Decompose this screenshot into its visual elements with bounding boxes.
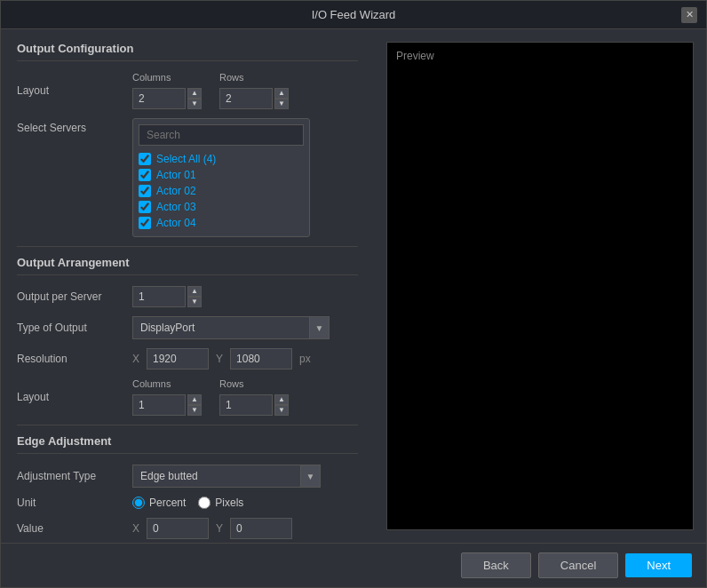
select-all-checkbox[interactable] — [139, 153, 151, 165]
adjustment-type-row: Adjustment Type Edge butted Overlap Gap … — [17, 465, 358, 488]
preview-area: Preview — [386, 42, 694, 530]
actor-04-item[interactable]: Actor 04 — [139, 215, 304, 231]
search-input[interactable] — [139, 124, 304, 146]
close-button[interactable]: ✕ — [681, 7, 697, 23]
content-area: Output Configuration Layout Columns ▲ ▼ — [1, 29, 706, 543]
pixels-radio-item[interactable]: Pixels — [198, 497, 243, 509]
actor-02-item[interactable]: Actor 02 — [139, 183, 304, 199]
columns-down-btn[interactable]: ▼ — [187, 99, 202, 109]
divider-1 — [17, 246, 358, 247]
select-all-item[interactable]: Select All (4) — [139, 151, 304, 167]
value-label: Value — [17, 522, 132, 535]
preview-label: Preview — [396, 50, 434, 62]
value-row: Value X Y — [17, 518, 358, 539]
adjustment-type-select[interactable]: Edge butted Overlap Gap — [132, 465, 301, 488]
actor-01-label: Actor 01 — [156, 169, 196, 181]
actor-04-checkbox[interactable] — [139, 217, 151, 229]
actor-02-label: Actor 02 — [156, 185, 196, 197]
actor-04-label: Actor 04 — [156, 217, 196, 229]
res-columns-btns: ▲ ▼ — [187, 394, 202, 416]
cancel-button[interactable]: Cancel — [538, 552, 618, 578]
resolution-x-input[interactable] — [147, 348, 209, 369]
res-rows-spinner: ▲ ▼ — [219, 394, 289, 416]
type-of-output-row: Type of Output DisplayPort HDMI SDI ▼ — [17, 316, 358, 339]
res-rows-input[interactable] — [219, 394, 273, 416]
right-panel: Preview — [374, 29, 706, 543]
output-per-server-up-btn[interactable]: ▲ — [187, 286, 202, 297]
output-config-title: Output Configuration — [17, 42, 358, 61]
back-button[interactable]: Back — [461, 552, 531, 578]
unit-radio-group: Percent Pixels — [132, 497, 243, 509]
dialog: I/O Feed Wizard ✕ Output Configuration L… — [0, 0, 707, 588]
res-rows-down-btn[interactable]: ▼ — [274, 405, 289, 416]
resolution-layout-row: Layout Columns ▲ ▼ Rows — [17, 378, 358, 416]
output-per-server-row: Output per Server ▲ ▼ — [17, 286, 358, 307]
actor-01-checkbox[interactable] — [139, 169, 151, 181]
value-x-label: X — [132, 522, 139, 535]
value-inputs: X Y — [132, 518, 292, 539]
percent-label: Percent — [149, 497, 186, 509]
output-per-server-label: Output per Server — [17, 290, 132, 303]
select-servers-box: Select All (4) Actor 01 Actor 02 Actor 0… — [132, 118, 310, 237]
columns-spinner-btns: ▲ ▼ — [187, 88, 202, 109]
res-rows-block: Rows ▲ ▼ — [219, 378, 289, 416]
type-of-output-arrow[interactable]: ▼ — [310, 316, 330, 339]
adjustment-type-label: Adjustment Type — [17, 470, 132, 482]
percent-radio-item[interactable]: Percent — [132, 497, 186, 509]
value-y-input[interactable] — [230, 518, 292, 539]
columns-up-btn[interactable]: ▲ — [187, 88, 202, 99]
select-servers-label: Select Servers — [17, 118, 132, 237]
columns-spinner: ▲ ▼ — [132, 88, 202, 109]
type-of-output-select[interactable]: DisplayPort HDMI SDI — [132, 316, 310, 339]
px-label: px — [299, 353, 311, 365]
output-arrangement-title: Output Arrangement — [17, 256, 358, 275]
percent-radio[interactable] — [132, 497, 145, 509]
value-x-input[interactable] — [147, 518, 209, 539]
res-columns-input[interactable] — [132, 394, 186, 416]
resolution-label: Resolution — [17, 353, 132, 365]
footer: Back Cancel Next — [1, 543, 706, 587]
output-per-server-input[interactable] — [132, 286, 186, 307]
columns-header: Columns — [132, 72, 202, 83]
divider-2 — [17, 425, 358, 425]
rows-header: Rows — [219, 72, 289, 83]
res-rows-header: Rows — [219, 378, 289, 389]
actor-03-checkbox[interactable] — [139, 201, 151, 213]
res-columns-header: Columns — [132, 378, 202, 389]
unit-row: Unit Percent Pixels — [17, 497, 358, 509]
edge-adjustment-title: Edge Adjustment — [17, 434, 358, 454]
columns-input[interactable] — [132, 88, 186, 109]
res-columns-spinner: ▲ ▼ — [132, 394, 202, 416]
left-panel: Output Configuration Layout Columns ▲ ▼ — [1, 29, 374, 543]
actor-03-item[interactable]: Actor 03 — [139, 199, 304, 215]
res-columns-down-btn[interactable]: ▼ — [187, 405, 202, 416]
layout-row: Layout Columns ▲ ▼ Rows — [17, 72, 358, 109]
rows-input[interactable] — [219, 88, 273, 109]
rows-up-btn[interactable]: ▲ — [274, 88, 289, 99]
resolution-y-input[interactable] — [230, 348, 292, 369]
rows-down-btn[interactable]: ▼ — [274, 99, 289, 109]
output-per-server-down-btn[interactable]: ▼ — [187, 297, 202, 307]
rows-spinner: ▲ ▼ — [219, 88, 289, 109]
output-per-server-spinner: ▲ ▼ — [132, 286, 202, 307]
select-all-label: Select All (4) — [156, 153, 216, 165]
resolution-x-label: X — [132, 353, 139, 365]
next-button[interactable]: Next — [625, 553, 692, 577]
actor-01-item[interactable]: Actor 01 — [139, 167, 304, 183]
res-rows-up-btn[interactable]: ▲ — [274, 394, 289, 405]
res-columns-block: Columns ▲ ▼ — [132, 378, 202, 416]
columns-block: Columns ▲ ▼ — [132, 72, 202, 109]
res-rows-btns: ▲ ▼ — [274, 394, 289, 416]
rows-spinner-btns: ▲ ▼ — [274, 88, 289, 109]
resolution-row: Resolution X Y px — [17, 348, 358, 369]
layout-label: Layout — [17, 84, 132, 97]
res-columns-up-btn[interactable]: ▲ — [187, 394, 202, 405]
actor-02-checkbox[interactable] — [139, 185, 151, 197]
title-bar: I/O Feed Wizard ✕ — [1, 1, 706, 29]
select-servers-section: Select Servers Select All (4) Actor 01 A… — [17, 118, 358, 237]
adjustment-type-dropdown: Edge butted Overlap Gap ▼ — [132, 465, 321, 488]
type-of-output-label: Type of Output — [17, 322, 132, 334]
adjustment-type-arrow[interactable]: ▼ — [301, 465, 321, 488]
resolution-layout-label: Layout — [17, 391, 132, 403]
pixels-radio[interactable] — [198, 497, 211, 509]
